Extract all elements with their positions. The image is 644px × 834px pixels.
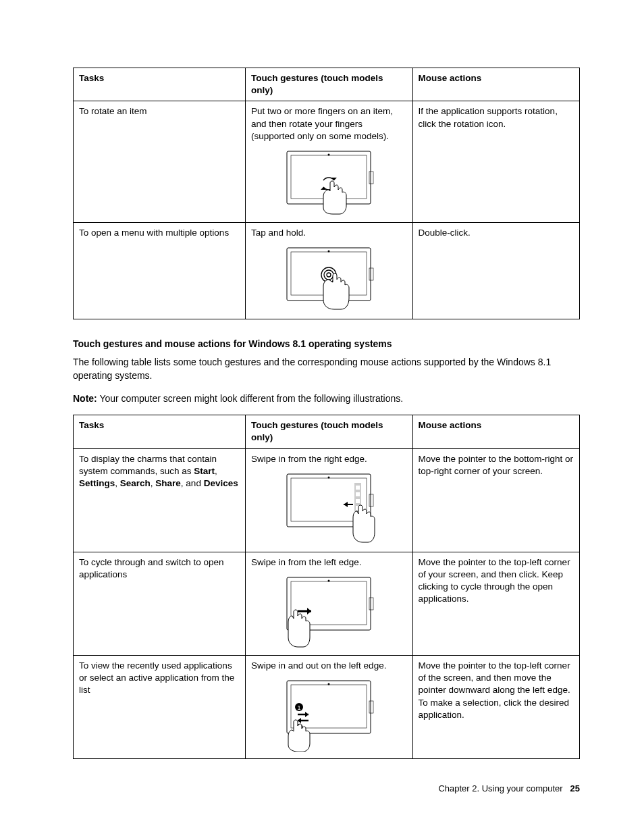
task-bold: Search bbox=[120, 478, 151, 488]
task-bold: Start bbox=[194, 466, 215, 476]
mouse-cell: Double-click. bbox=[412, 223, 580, 319]
header-mouse: Mouse actions bbox=[412, 415, 580, 448]
gesture-text: Put two or more fingers on an item, and … bbox=[251, 106, 393, 140]
document-page: Tasks Touch gestures (touch models only)… bbox=[0, 0, 644, 818]
gesture-cell: Swipe in and out on the left edge. 1 bbox=[246, 655, 413, 758]
task-cell: To view the recently used applications o… bbox=[74, 655, 246, 758]
table-row: To view the recently used applications o… bbox=[74, 655, 580, 758]
svg-point-26 bbox=[328, 579, 330, 581]
mouse-cell: Move the pointer to the bottom-right or … bbox=[412, 448, 580, 552]
gesture-text: Swipe in and out on the left edge. bbox=[251, 660, 386, 671]
svg-point-32 bbox=[328, 683, 330, 685]
table-row: To display the charms that contain syste… bbox=[74, 448, 580, 552]
rotate-gesture-illustration bbox=[281, 148, 376, 215]
header-tasks: Tasks bbox=[74, 415, 246, 448]
page-footer: Chapter 2. Using your computer 25 bbox=[438, 783, 580, 793]
swipe-right-edge-illustration bbox=[281, 471, 376, 545]
table-row: To cycle through and switch to open appl… bbox=[74, 552, 580, 655]
note-text: Your computer screen might look differen… bbox=[97, 393, 403, 404]
task-cell: To open a menu with multiple options bbox=[74, 223, 246, 319]
svg-text:1: 1 bbox=[298, 704, 301, 711]
table-header-row: Tasks Touch gestures (touch models only)… bbox=[74, 68, 580, 101]
table-row: To open a menu with multiple options Tap… bbox=[74, 223, 580, 319]
task-cell: To cycle through and switch to open appl… bbox=[74, 552, 246, 655]
header-tasks: Tasks bbox=[74, 68, 246, 101]
task-bold: Settings bbox=[79, 478, 115, 488]
table-row: To rotate an item Put two or more finger… bbox=[74, 101, 580, 223]
note-paragraph: Note: Your computer screen might look di… bbox=[73, 392, 580, 406]
table-header-row: Tasks Touch gestures (touch models only)… bbox=[74, 415, 580, 448]
tap-hold-gesture-illustration bbox=[281, 244, 376, 312]
task-cell: To display the charms that contain syste… bbox=[74, 448, 246, 552]
mouse-cell: Move the pointer to the top-left corner … bbox=[412, 655, 580, 758]
gesture-cell: Tap and hold. bbox=[246, 223, 413, 319]
gesture-text: Swipe in from the right edge. bbox=[251, 454, 367, 464]
gesture-cell: Swipe in from the right edge. bbox=[246, 448, 413, 552]
svg-rect-20 bbox=[356, 499, 360, 503]
header-gestures: Touch gestures (touch models only) bbox=[246, 68, 413, 101]
header-gestures: Touch gestures (touch models only) bbox=[246, 415, 413, 448]
mouse-cell: Move the pointer to the top-left corner … bbox=[412, 552, 580, 655]
task-bold: Devices bbox=[204, 478, 238, 488]
swipe-left-edge-illustration bbox=[281, 574, 376, 648]
note-label: Note: bbox=[73, 393, 97, 404]
footer-chapter-text: Chapter 2. Using your computer bbox=[438, 783, 562, 793]
gestures-table-1: Tasks Touch gestures (touch models only)… bbox=[73, 68, 580, 319]
task-cell: To rotate an item bbox=[74, 101, 246, 223]
svg-rect-18 bbox=[356, 486, 360, 490]
gesture-text: Swipe in from the left edge. bbox=[251, 557, 362, 567]
svg-point-2 bbox=[328, 154, 330, 156]
footer-page-number: 25 bbox=[570, 783, 580, 793]
task-bold: Share bbox=[155, 478, 181, 488]
gesture-cell: Put two or more fingers on an item, and … bbox=[246, 101, 413, 223]
mouse-cell: If the application supports rotation, cl… bbox=[412, 101, 580, 223]
section-heading: Touch gestures and mouse actions for Win… bbox=[73, 338, 580, 349]
svg-point-15 bbox=[328, 476, 330, 478]
gestures-table-2: Tasks Touch gestures (touch models only)… bbox=[73, 415, 580, 759]
intro-paragraph: The following table lists some touch ges… bbox=[73, 356, 580, 382]
svg-point-8 bbox=[328, 251, 330, 253]
header-mouse: Mouse actions bbox=[412, 68, 580, 101]
gesture-cell: Swipe in from the left edge. bbox=[246, 552, 413, 655]
gesture-text: Tap and hold. bbox=[251, 228, 306, 238]
swipe-in-out-left-illustration: 1 2 bbox=[281, 677, 376, 752]
svg-rect-19 bbox=[356, 492, 360, 496]
